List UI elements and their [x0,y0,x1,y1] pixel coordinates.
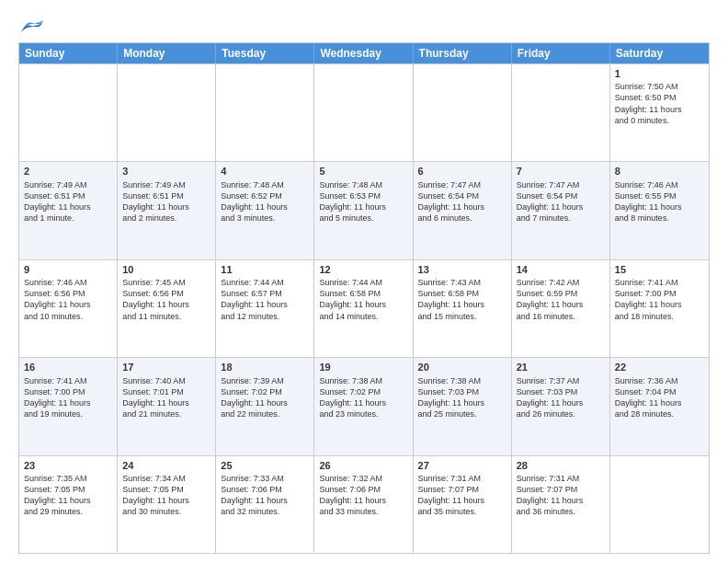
day-cell-20: 20Sunrise: 7:38 AM Sunset: 7:03 PM Dayli… [414,358,512,454]
day-info: Sunrise: 7:50 AM Sunset: 6:50 PM Dayligh… [615,81,704,126]
day-cell-2: 2Sunrise: 7:49 AM Sunset: 6:51 PM Daylig… [19,162,118,259]
day-number: 5 [319,165,407,178]
day-number: 18 [221,361,309,373]
empty-cell [19,64,118,161]
calendar-body: 1Sunrise: 7:50 AM Sunset: 6:50 PM Daylig… [19,63,709,553]
day-number: 24 [122,459,210,472]
header [18,15,710,35]
day-number: 11 [221,263,309,276]
day-cell-16: 16Sunrise: 7:41 AM Sunset: 7:00 PM Dayli… [19,358,118,454]
day-cell-8: 8Sunrise: 7:46 AM Sunset: 6:55 PM Daylig… [610,162,709,259]
day-info: Sunrise: 7:49 AM Sunset: 6:51 PM Dayligh… [24,179,112,224]
day-cell-6: 6Sunrise: 7:47 AM Sunset: 6:54 PM Daylig… [414,162,512,259]
logo [18,15,48,35]
header-day-friday: Friday [512,43,610,63]
empty-cell [610,456,709,553]
week-row-4: 16Sunrise: 7:41 AM Sunset: 7:00 PM Dayli… [19,357,709,454]
day-number: 13 [418,263,506,276]
day-cell-4: 4Sunrise: 7:48 AM Sunset: 6:52 PM Daylig… [216,162,314,259]
day-info: Sunrise: 7:41 AM Sunset: 7:00 PM Dayligh… [615,277,704,322]
day-cell-19: 19Sunrise: 7:38 AM Sunset: 7:02 PM Dayli… [314,358,413,454]
day-cell-21: 21Sunrise: 7:37 AM Sunset: 7:03 PM Dayli… [512,358,610,454]
day-info: Sunrise: 7:35 AM Sunset: 7:05 PM Dayligh… [24,473,112,518]
day-number: 27 [418,459,506,472]
day-info: Sunrise: 7:41 AM Sunset: 7:00 PM Dayligh… [24,375,112,420]
header-day-thursday: Thursday [414,43,512,63]
page: SundayMondayTuesdayWednesdayThursdayFrid… [0,0,728,563]
day-cell-5: 5Sunrise: 7:48 AM Sunset: 6:53 PM Daylig… [314,162,413,259]
day-cell-18: 18Sunrise: 7:39 AM Sunset: 7:02 PM Dayli… [216,358,314,454]
day-info: Sunrise: 7:46 AM Sunset: 6:55 PM Dayligh… [615,179,704,224]
day-number: 22 [615,361,704,373]
day-cell-23: 23Sunrise: 7:35 AM Sunset: 7:05 PM Dayli… [19,456,118,553]
day-cell-9: 9Sunrise: 7:46 AM Sunset: 6:56 PM Daylig… [19,260,118,357]
day-cell-7: 7Sunrise: 7:47 AM Sunset: 6:54 PM Daylig… [512,162,610,259]
header-day-monday: Monday [118,43,216,63]
day-number: 6 [418,165,506,178]
day-number: 17 [122,361,210,373]
day-info: Sunrise: 7:42 AM Sunset: 6:59 PM Dayligh… [517,277,605,322]
day-number: 15 [615,263,704,276]
day-info: Sunrise: 7:31 AM Sunset: 7:07 PM Dayligh… [418,473,506,518]
day-info: Sunrise: 7:37 AM Sunset: 7:03 PM Dayligh… [517,375,605,420]
day-number: 10 [122,263,210,276]
day-info: Sunrise: 7:34 AM Sunset: 7:05 PM Dayligh… [122,473,210,518]
day-info: Sunrise: 7:38 AM Sunset: 7:03 PM Dayligh… [418,375,506,420]
day-number: 28 [517,459,605,472]
logo-icon [18,15,44,35]
header-day-saturday: Saturday [610,43,709,63]
day-info: Sunrise: 7:48 AM Sunset: 6:52 PM Dayligh… [221,179,309,224]
day-info: Sunrise: 7:40 AM Sunset: 7:01 PM Dayligh… [122,375,210,420]
empty-cell [216,64,314,161]
day-cell-1: 1Sunrise: 7:50 AM Sunset: 6:50 PM Daylig… [610,64,709,161]
day-cell-12: 12Sunrise: 7:44 AM Sunset: 6:58 PM Dayli… [314,260,413,357]
header-day-tuesday: Tuesday [216,43,314,63]
day-info: Sunrise: 7:48 AM Sunset: 6:53 PM Dayligh… [319,179,407,224]
header-day-sunday: Sunday [19,43,118,63]
day-info: Sunrise: 7:31 AM Sunset: 7:07 PM Dayligh… [517,473,605,518]
day-number: 25 [221,459,309,472]
day-cell-25: 25Sunrise: 7:33 AM Sunset: 7:06 PM Dayli… [216,456,314,553]
day-info: Sunrise: 7:47 AM Sunset: 6:54 PM Dayligh… [418,179,506,224]
day-cell-17: 17Sunrise: 7:40 AM Sunset: 7:01 PM Dayli… [118,358,216,454]
day-number: 2 [24,165,112,178]
day-number: 23 [24,459,112,472]
day-number: 8 [615,165,704,178]
day-number: 4 [221,165,309,178]
day-number: 26 [319,459,407,472]
day-info: Sunrise: 7:47 AM Sunset: 6:54 PM Dayligh… [517,179,605,224]
day-cell-24: 24Sunrise: 7:34 AM Sunset: 7:05 PM Dayli… [118,456,216,553]
day-cell-26: 26Sunrise: 7:32 AM Sunset: 7:06 PM Dayli… [314,456,413,553]
empty-cell [512,64,610,161]
day-cell-14: 14Sunrise: 7:42 AM Sunset: 6:59 PM Dayli… [512,260,610,357]
week-row-5: 23Sunrise: 7:35 AM Sunset: 7:05 PM Dayli… [19,455,709,553]
day-info: Sunrise: 7:44 AM Sunset: 6:57 PM Dayligh… [221,277,309,322]
header-day-wednesday: Wednesday [314,43,413,63]
week-row-2: 2Sunrise: 7:49 AM Sunset: 6:51 PM Daylig… [19,161,709,259]
week-row-1: 1Sunrise: 7:50 AM Sunset: 6:50 PM Daylig… [19,63,709,161]
day-info: Sunrise: 7:46 AM Sunset: 6:56 PM Dayligh… [24,277,112,322]
calendar-header: SundayMondayTuesdayWednesdayThursdayFrid… [19,43,709,63]
day-cell-15: 15Sunrise: 7:41 AM Sunset: 7:00 PM Dayli… [610,260,709,357]
day-cell-11: 11Sunrise: 7:44 AM Sunset: 6:57 PM Dayli… [216,260,314,357]
day-number: 3 [122,165,210,178]
day-info: Sunrise: 7:45 AM Sunset: 6:56 PM Dayligh… [122,277,210,322]
empty-cell [118,64,216,161]
day-cell-27: 27Sunrise: 7:31 AM Sunset: 7:07 PM Dayli… [414,456,512,553]
day-info: Sunrise: 7:32 AM Sunset: 7:06 PM Dayligh… [319,473,407,518]
day-number: 21 [517,361,605,373]
day-number: 7 [517,165,605,178]
day-number: 16 [24,361,112,373]
day-number: 19 [319,361,407,373]
day-number: 20 [418,361,506,373]
empty-cell [314,64,413,161]
day-cell-13: 13Sunrise: 7:43 AM Sunset: 6:58 PM Dayli… [414,260,512,357]
day-number: 12 [319,263,407,276]
day-info: Sunrise: 7:36 AM Sunset: 7:04 PM Dayligh… [615,375,704,420]
empty-cell [414,64,512,161]
day-info: Sunrise: 7:39 AM Sunset: 7:02 PM Dayligh… [221,375,309,420]
calendar: SundayMondayTuesdayWednesdayThursdayFrid… [18,42,710,554]
day-info: Sunrise: 7:44 AM Sunset: 6:58 PM Dayligh… [319,277,407,322]
day-cell-3: 3Sunrise: 7:49 AM Sunset: 6:51 PM Daylig… [118,162,216,259]
day-number: 1 [615,67,704,80]
